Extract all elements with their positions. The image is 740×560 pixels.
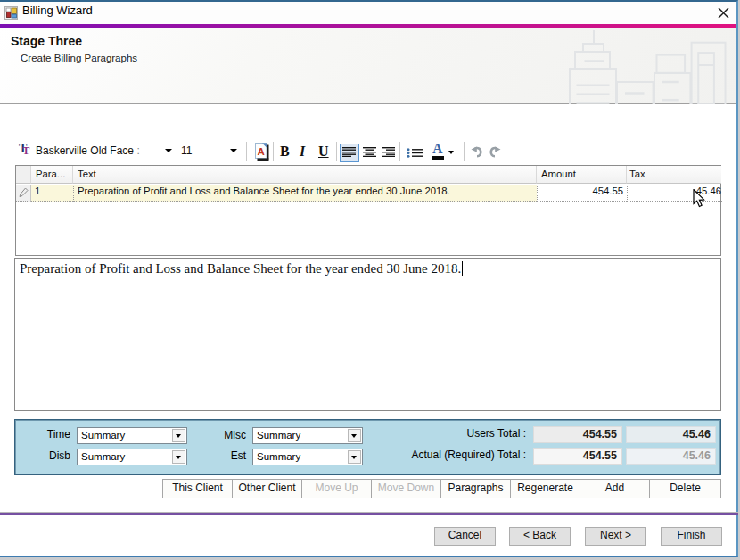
- svg-text:A: A: [258, 146, 265, 157]
